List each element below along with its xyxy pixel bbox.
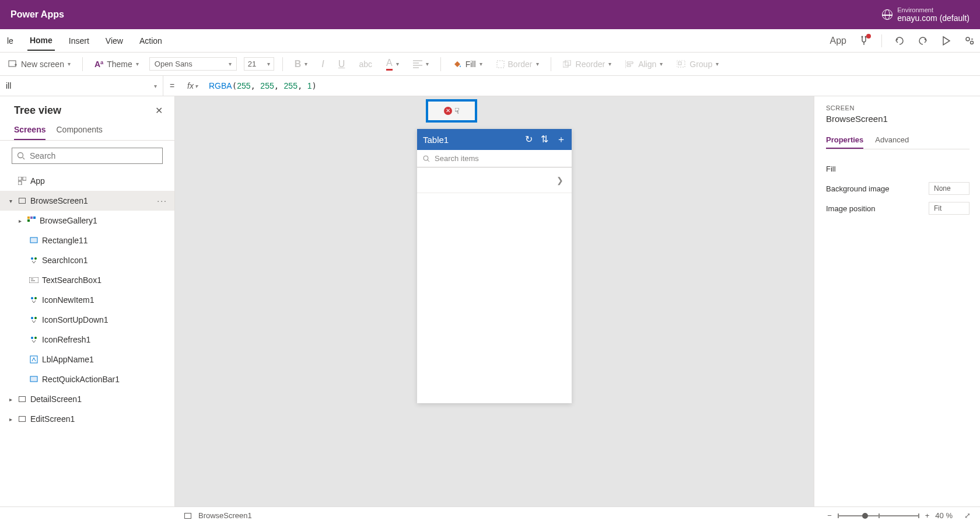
font-size-select[interactable]: 21▾ [244,57,274,71]
icon-control-icon [29,315,38,324]
tab-insert[interactable]: Insert [66,32,92,50]
screen-icon [18,394,27,404]
tab-home[interactable]: Home [27,31,55,51]
formula-input[interactable]: RGBA(255, 255, 255, 1) [204,81,980,90]
gallery-row[interactable]: ❯ [417,167,572,193]
tree-search-box[interactable] [12,148,163,164]
expand-icon[interactable]: ▸ [7,396,14,403]
prop-row-fill: Fill [826,159,970,179]
icon-control-icon [29,256,38,265]
zoom-slider[interactable] [838,515,919,516]
svg-rect-15 [30,216,33,219]
props-tab-properties[interactable]: Properties [826,132,863,149]
tab-view[interactable]: View [103,32,125,50]
text-align-button[interactable]: ▾ [410,58,432,71]
tab-action[interactable]: Action [137,32,164,50]
refresh-icon[interactable]: ↻ [525,134,533,146]
app-title: Power Apps [10,9,64,20]
bg-image-value[interactable]: None [929,182,970,195]
zoom-out-button[interactable]: − [827,511,832,520]
tree-tab-components[interactable]: Components [56,120,102,140]
tree-node-editscreen1[interactable]: ▸ EditScreen1 [0,409,174,429]
rectangle-icon [29,236,38,245]
label-icon [29,355,38,364]
tree-tab-screens[interactable]: Screens [14,120,46,140]
phone-search-box[interactable]: Search items [417,150,572,167]
reorder-button[interactable]: Reorder▾ [559,57,615,71]
tree-node-rectquickactionbar1[interactable]: RectQuickActionBar1 [0,369,174,389]
collapse-icon[interactable]: ▾ [7,198,14,204]
property-selector[interactable]: ill ▾ [0,76,163,96]
strike-button[interactable]: abc [355,57,376,71]
img-pos-value[interactable]: Fit [929,202,970,215]
phone-preview[interactable]: Table1 ↻ ⇅ ＋ Search items ❯ [417,129,572,403]
tab-file[interactable]: le [5,32,16,50]
props-section-label: SCREEN [826,104,970,111]
new-screen-button[interactable]: New screen ▾ [5,57,74,71]
tree-node-iconnewitem1[interactable]: IconNewItem1 [0,290,174,310]
screen-icon [18,196,27,205]
fx-button[interactable]: fx▾ [181,81,204,90]
svg-point-10 [18,153,23,158]
icon-control-icon [29,335,38,344]
canvas[interactable]: ✕ ☟ Table1 ↻ ⇅ ＋ Search items ❯ [175,96,814,506]
close-icon[interactable]: ✕ [155,105,163,116]
font-select[interactable]: Open Sans▾ [149,57,237,71]
svg-rect-28 [30,356,37,363]
svg-point-24 [31,317,33,319]
zoom-value: 40 % [935,511,953,520]
toolbar: New screen ▾ Aª Theme ▾ Open Sans▾ 21▾ B… [0,53,980,76]
props-tab-advanced[interactable]: Advanced [875,132,909,149]
tree-node-lblappname1[interactable]: LblAppName1 [0,350,174,369]
svg-point-1 [865,36,867,37]
expand-icon[interactable]: ▸ [7,416,14,422]
expand-icon[interactable]: ▸ [16,218,23,224]
bold-button[interactable]: B▾ [291,57,312,72]
border-button[interactable]: Border▾ [493,57,542,71]
italic-button[interactable]: I [318,57,327,72]
font-color-button[interactable]: A▾ [383,55,402,73]
svg-point-20 [34,257,37,260]
svg-point-30 [424,156,428,160]
fullscreen-icon[interactable]: ⤢ [964,511,971,520]
share-icon[interactable] [964,35,975,47]
svg-point-2 [966,37,970,41]
tree-node-iconrefresh1[interactable]: IconRefresh1 [0,330,174,350]
tree-search-input[interactable] [30,151,158,160]
undo-icon[interactable] [894,35,905,47]
theme-button[interactable]: Aª Theme ▾ [91,57,142,71]
props-object-name: BrowseScreen1 [826,114,970,124]
svg-rect-8 [677,60,685,67]
group-button[interactable]: Group▾ [673,57,722,71]
zoom-in-button[interactable]: + [925,511,930,520]
sort-icon[interactable]: ⇅ [541,134,548,146]
svg-rect-5 [497,61,504,68]
selection-box[interactable]: ✕ ☟ [426,99,477,123]
fill-button[interactable]: Fill▾ [449,57,486,71]
tree-node-detailscreen1[interactable]: ▸ DetailScreen1 [0,389,174,409]
align-button[interactable]: Align▾ [622,57,666,71]
add-icon[interactable]: ＋ [556,134,566,146]
redo-icon[interactable] [917,35,929,47]
app-dropdown[interactable]: App [830,36,846,46]
svg-rect-21 [29,277,38,283]
app-checker-icon[interactable] [858,35,870,47]
status-breadcrumb[interactable]: BrowseScreen1 [198,511,252,520]
tree-node-rectangle11[interactable]: Rectangle11 [0,230,174,250]
underline-button[interactable]: U [335,57,349,72]
theme-icon: Aª [94,60,103,69]
tree-node-browsegallery1[interactable]: ▸ BrowseGallery1 [0,211,174,230]
globe-icon [882,9,892,20]
play-icon[interactable] [940,35,952,47]
tree-node-iconsortupdown1[interactable]: IconSortUpDown1 [0,310,174,330]
group-icon [677,60,686,68]
svg-rect-14 [27,216,30,219]
tree-node-browsescreen1[interactable]: ▾ BrowseScreen1 ··· [0,191,174,211]
environment-picker[interactable]: Environment enayu.com (default) [882,6,970,23]
svg-point-19 [31,257,33,260]
tree-node-app[interactable]: App [0,171,174,191]
search-icon [423,155,430,162]
tree-node-searchicon1[interactable]: SearchIcon1 [0,250,174,270]
more-icon[interactable]: ··· [157,196,167,205]
tree-node-textsearchbox1[interactable]: TextSearchBox1 [0,270,174,290]
